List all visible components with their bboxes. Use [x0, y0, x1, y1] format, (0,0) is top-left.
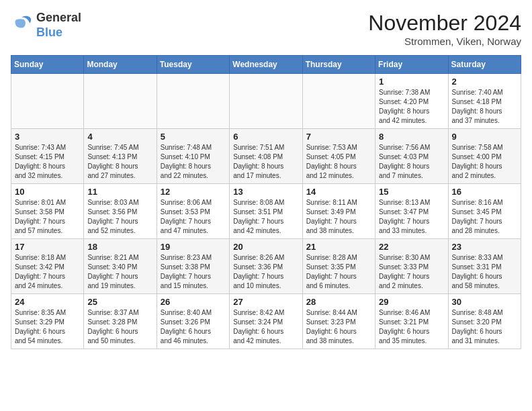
calendar-cell: 10Sunrise: 8:01 AM Sunset: 3:58 PM Dayli…: [11, 184, 84, 239]
location: Strommen, Viken, Norway: [368, 36, 521, 47]
calendar-week-row: 17Sunrise: 8:18 AM Sunset: 3:42 PM Dayli…: [11, 239, 521, 294]
logo-icon: [11, 15, 32, 36]
calendar-cell: 14Sunrise: 8:11 AM Sunset: 3:49 PM Dayli…: [302, 184, 375, 239]
day-info: Sunrise: 8:44 AM Sunset: 3:23 PM Dayligh…: [306, 308, 371, 346]
day-number: 5: [161, 132, 226, 142]
day-number: 22: [379, 242, 444, 252]
day-number: 25: [87, 297, 152, 307]
day-info: Sunrise: 8:11 AM Sunset: 3:49 PM Dayligh…: [306, 198, 371, 236]
calendar-cell: 13Sunrise: 8:08 AM Sunset: 3:51 PM Dayli…: [230, 184, 302, 239]
weekday-header: Sunday: [11, 56, 84, 74]
calendar-cell: 16Sunrise: 8:16 AM Sunset: 3:45 PM Dayli…: [448, 184, 521, 239]
day-info: Sunrise: 7:56 AM Sunset: 4:03 PM Dayligh…: [379, 143, 444, 181]
day-info: Sunrise: 8:33 AM Sunset: 3:31 PM Dayligh…: [452, 253, 517, 291]
day-info: Sunrise: 8:35 AM Sunset: 3:29 PM Dayligh…: [15, 308, 80, 346]
day-number: 19: [161, 242, 226, 252]
day-info: Sunrise: 8:21 AM Sunset: 3:40 PM Dayligh…: [87, 253, 152, 291]
calendar-cell: 28Sunrise: 8:44 AM Sunset: 3:23 PM Dayli…: [302, 294, 375, 349]
calendar-cell: 29Sunrise: 8:46 AM Sunset: 3:21 PM Dayli…: [375, 294, 448, 349]
day-number: 28: [306, 297, 371, 307]
day-number: 9: [452, 132, 517, 142]
day-info: Sunrise: 8:13 AM Sunset: 3:47 PM Dayligh…: [379, 198, 444, 236]
day-number: 30: [452, 297, 517, 307]
calendar-week-row: 10Sunrise: 8:01 AM Sunset: 3:58 PM Dayli…: [11, 184, 521, 239]
day-info: Sunrise: 7:40 AM Sunset: 4:18 PM Dayligh…: [452, 88, 517, 126]
calendar-week-row: 1Sunrise: 7:38 AM Sunset: 4:20 PM Daylig…: [11, 74, 521, 129]
calendar-week-row: 3Sunrise: 7:43 AM Sunset: 4:15 PM Daylig…: [11, 129, 521, 184]
calendar-cell: 24Sunrise: 8:35 AM Sunset: 3:29 PM Dayli…: [11, 294, 84, 349]
calendar-week-row: 24Sunrise: 8:35 AM Sunset: 3:29 PM Dayli…: [11, 294, 521, 349]
day-number: 8: [379, 132, 444, 142]
day-number: 6: [233, 132, 298, 142]
calendar-cell: 7Sunrise: 7:53 AM Sunset: 4:05 PM Daylig…: [302, 129, 375, 184]
calendar-cell: 26Sunrise: 8:40 AM Sunset: 3:26 PM Dayli…: [157, 294, 229, 349]
day-info: Sunrise: 8:16 AM Sunset: 3:45 PM Dayligh…: [452, 198, 517, 236]
day-info: Sunrise: 7:38 AM Sunset: 4:20 PM Dayligh…: [379, 88, 444, 126]
calendar-cell: 2Sunrise: 7:40 AM Sunset: 4:18 PM Daylig…: [448, 74, 521, 129]
day-number: 13: [233, 187, 298, 197]
day-info: Sunrise: 8:23 AM Sunset: 3:38 PM Dayligh…: [161, 253, 226, 291]
day-info: Sunrise: 8:30 AM Sunset: 3:33 PM Dayligh…: [379, 253, 444, 291]
day-info: Sunrise: 8:18 AM Sunset: 3:42 PM Dayligh…: [15, 253, 80, 291]
logo: General Blue: [11, 11, 81, 40]
day-info: Sunrise: 7:53 AM Sunset: 4:05 PM Dayligh…: [306, 143, 371, 181]
day-number: 26: [161, 297, 226, 307]
day-info: Sunrise: 7:51 AM Sunset: 4:08 PM Dayligh…: [233, 143, 298, 181]
calendar-cell: 6Sunrise: 7:51 AM Sunset: 4:08 PM Daylig…: [230, 129, 302, 184]
calendar-cell: 25Sunrise: 8:37 AM Sunset: 3:28 PM Dayli…: [84, 294, 157, 349]
page-header: General Blue November 2024 Strommen, Vik…: [11, 11, 521, 47]
calendar-cell: 12Sunrise: 8:06 AM Sunset: 3:53 PM Dayli…: [157, 184, 229, 239]
calendar-cell: 21Sunrise: 8:28 AM Sunset: 3:35 PM Dayli…: [302, 239, 375, 294]
day-number: 29: [379, 297, 444, 307]
day-info: Sunrise: 7:45 AM Sunset: 4:13 PM Dayligh…: [87, 143, 152, 181]
calendar-cell: 5Sunrise: 7:48 AM Sunset: 4:10 PM Daylig…: [157, 129, 229, 184]
day-info: Sunrise: 8:42 AM Sunset: 3:24 PM Dayligh…: [233, 308, 298, 346]
calendar-cell: [157, 74, 229, 129]
calendar-cell: 11Sunrise: 8:03 AM Sunset: 3:56 PM Dayli…: [84, 184, 157, 239]
day-number: 24: [15, 297, 80, 307]
calendar-table: SundayMondayTuesdayWednesdayThursdayFrid…: [11, 55, 521, 349]
calendar-cell: 30Sunrise: 8:48 AM Sunset: 3:20 PM Dayli…: [448, 294, 521, 349]
day-number: 12: [161, 187, 226, 197]
day-info: Sunrise: 8:46 AM Sunset: 3:21 PM Dayligh…: [379, 308, 444, 346]
day-info: Sunrise: 8:08 AM Sunset: 3:51 PM Dayligh…: [233, 198, 298, 236]
day-info: Sunrise: 8:28 AM Sunset: 3:35 PM Dayligh…: [306, 253, 371, 291]
weekday-header: Thursday: [302, 56, 375, 74]
day-number: 7: [306, 132, 371, 142]
day-number: 21: [306, 242, 371, 252]
day-number: 18: [87, 242, 152, 252]
logo-text: General Blue: [36, 11, 81, 40]
day-number: 17: [15, 242, 80, 252]
day-info: Sunrise: 8:03 AM Sunset: 3:56 PM Dayligh…: [87, 198, 152, 236]
day-number: 1: [379, 77, 444, 87]
calendar-cell: 8Sunrise: 7:56 AM Sunset: 4:03 PM Daylig…: [375, 129, 448, 184]
day-info: Sunrise: 8:01 AM Sunset: 3:58 PM Dayligh…: [15, 198, 80, 236]
calendar-cell: 23Sunrise: 8:33 AM Sunset: 3:31 PM Dayli…: [448, 239, 521, 294]
weekday-header: Friday: [375, 56, 448, 74]
calendar-cell: [11, 74, 84, 129]
weekday-header: Tuesday: [157, 56, 229, 74]
day-number: 11: [87, 187, 152, 197]
day-info: Sunrise: 7:58 AM Sunset: 4:00 PM Dayligh…: [452, 143, 517, 181]
weekday-header: Monday: [84, 56, 157, 74]
month-title: November 2024: [368, 11, 521, 36]
calendar-cell: 18Sunrise: 8:21 AM Sunset: 3:40 PM Dayli…: [84, 239, 157, 294]
day-number: 16: [452, 187, 517, 197]
day-info: Sunrise: 8:26 AM Sunset: 3:36 PM Dayligh…: [233, 253, 298, 291]
calendar-cell: 20Sunrise: 8:26 AM Sunset: 3:36 PM Dayli…: [230, 239, 302, 294]
day-info: Sunrise: 8:37 AM Sunset: 3:28 PM Dayligh…: [87, 308, 152, 346]
calendar-cell: 4Sunrise: 7:45 AM Sunset: 4:13 PM Daylig…: [84, 129, 157, 184]
weekday-header: Saturday: [448, 56, 521, 74]
day-number: 4: [87, 132, 152, 142]
day-info: Sunrise: 7:43 AM Sunset: 4:15 PM Dayligh…: [15, 143, 80, 181]
calendar-cell: 22Sunrise: 8:30 AM Sunset: 3:33 PM Dayli…: [375, 239, 448, 294]
calendar-cell: [230, 74, 302, 129]
day-number: 10: [15, 187, 80, 197]
day-info: Sunrise: 8:48 AM Sunset: 3:20 PM Dayligh…: [452, 308, 517, 346]
day-number: 27: [233, 297, 298, 307]
day-number: 14: [306, 187, 371, 197]
calendar-cell: 27Sunrise: 8:42 AM Sunset: 3:24 PM Dayli…: [230, 294, 302, 349]
calendar-cell: 19Sunrise: 8:23 AM Sunset: 3:38 PM Dayli…: [157, 239, 229, 294]
calendar-cell: [302, 74, 375, 129]
calendar-cell: 3Sunrise: 7:43 AM Sunset: 4:15 PM Daylig…: [11, 129, 84, 184]
